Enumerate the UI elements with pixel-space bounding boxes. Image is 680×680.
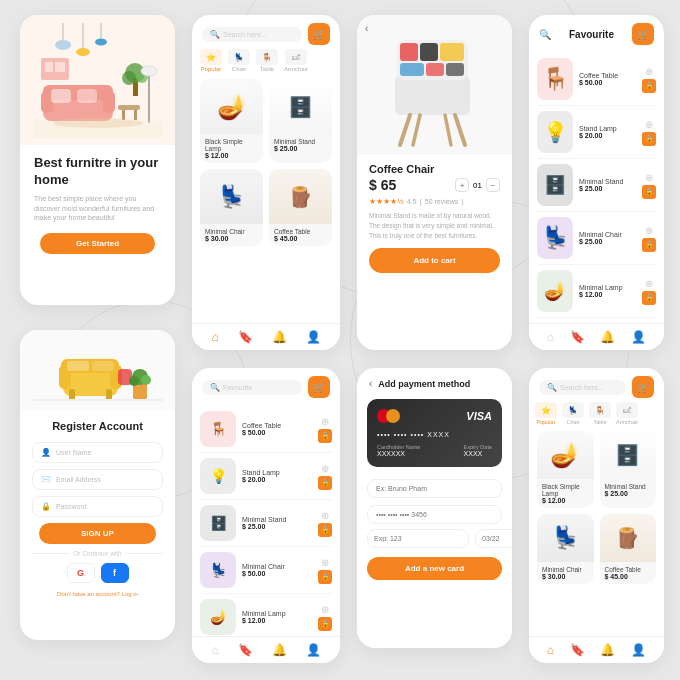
category-table[interactable]: 🪑 Table <box>256 49 278 72</box>
fav-item-4[interactable]: 💺 Minimal Chair $ 50.00 ⊕ 🔒 <box>200 547 332 594</box>
nav-bell-1[interactable]: 🔔 <box>272 330 287 344</box>
fav-item-5[interactable]: 🪔 Minimal Lamp $ 12.00 ⊕ 🔒 <box>200 594 332 641</box>
search-bar-2[interactable]: 🔍 Search here... <box>539 380 626 395</box>
nav-bookmark-fav2[interactable]: 🔖 <box>570 330 585 344</box>
password-field[interactable]: 🔒 Password <box>32 496 163 517</box>
nav-home-1[interactable]: ⌂ <box>211 330 218 344</box>
svg-point-20 <box>122 71 136 85</box>
fav2-badge-2: 🔒 <box>642 132 656 146</box>
nav-bookmark-fav1[interactable]: 🔖 <box>238 643 253 657</box>
quantity-control[interactable]: + 01 − <box>455 178 500 192</box>
add-to-cart-button[interactable]: Add to cart <box>369 248 500 273</box>
expiry-input[interactable] <box>475 529 512 548</box>
fav-more-4[interactable]: ⊕ <box>321 557 329 568</box>
card-number-input[interactable] <box>367 505 502 524</box>
nav-bell-2[interactable]: 🔔 <box>600 643 615 657</box>
search-bar-fav1[interactable]: 🔍 Favourite <box>202 380 302 395</box>
fav2-item-4[interactable]: 💺 Minimal Chair $ 25.00 ⊕ 🔒 <box>537 212 656 265</box>
fav-item-2[interactable]: 💡 Stand Lamp $ 20.00 ⊕ 🔒 <box>200 453 332 500</box>
fav-more-3[interactable]: ⊕ <box>321 510 329 521</box>
fav-more-2[interactable]: ⊕ <box>321 463 329 474</box>
svg-rect-13 <box>51 89 71 103</box>
svg-point-25 <box>53 118 143 128</box>
cvv-input[interactable] <box>367 529 469 548</box>
qty-minus[interactable]: − <box>486 178 500 192</box>
product2-stand[interactable]: 🗄️ Minimal Stand $ 25.00 <box>600 431 657 508</box>
fav2-more-2[interactable]: ⊕ <box>645 119 653 130</box>
cat2-table[interactable]: 🪑 Table <box>589 402 611 425</box>
nav-bell-fav1[interactable]: 🔔 <box>272 643 287 657</box>
cat2-popular[interactable]: ⭐ Popular <box>535 402 557 425</box>
nav-bookmark-1[interactable]: 🔖 <box>238 330 253 344</box>
cart-button-fav1[interactable]: 🛒 <box>308 376 330 398</box>
add-card-button[interactable]: Add a new card <box>367 557 502 580</box>
nav-profile-2[interactable]: 👤 <box>631 643 646 657</box>
svg-rect-22 <box>148 73 150 123</box>
user-icon: 👤 <box>41 448 51 457</box>
category-armchair[interactable]: 🛋 Armchair <box>284 49 308 72</box>
fav2-more-5[interactable]: ⊕ <box>645 278 653 289</box>
fav-img-2: 💡 <box>200 458 236 494</box>
category-popular[interactable]: ⭐ Popular <box>200 49 222 72</box>
cart-button-1[interactable]: 🛒 <box>308 23 330 45</box>
fav2-item-2[interactable]: 💡 Stand Lamp $ 20.00 ⊕ 🔒 <box>537 106 656 159</box>
back-arrow-detail[interactable]: ‹ <box>365 23 368 34</box>
payment-card: ‹ Add payment method VISA •••• •••• ••••… <box>357 368 512 648</box>
cardholder-value: XXXXXX <box>377 450 420 457</box>
category-chair[interactable]: 💺 Chair <box>228 49 250 72</box>
nav-bookmark-2[interactable]: 🔖 <box>570 643 585 657</box>
get-started-button[interactable]: Get Started <box>40 233 154 254</box>
qty-plus[interactable]: + <box>455 178 469 192</box>
signup-button[interactable]: SIGN UP <box>39 523 157 544</box>
nav-profile-1[interactable]: 👤 <box>306 330 321 344</box>
fav-item-1[interactable]: 🪑 Coffee Table $ 50.00 ⊕ 🔒 <box>200 406 332 453</box>
product-item-stand[interactable]: 🗄️ Minimal Stand $ 25.00 <box>269 79 332 163</box>
product2-chair[interactable]: 💺 Minimal Chair $ 30.00 <box>537 514 594 584</box>
fav-list-1: 🪑 Coffee Table $ 50.00 ⊕ 🔒 💡 Stand Lamp … <box>192 402 340 645</box>
nav-home-fav2[interactable]: ⌂ <box>547 330 554 344</box>
fav-more-5[interactable]: ⊕ <box>321 604 329 615</box>
fav2-img-3: 🗄️ <box>537 164 573 206</box>
search-icon-fav1: 🔍 <box>210 383 220 392</box>
product-item-table[interactable]: 🪵 Coffee Table $ 45.00 <box>269 169 332 246</box>
fav2-more-4[interactable]: ⊕ <box>645 225 653 236</box>
fav2-more-3[interactable]: ⊕ <box>645 172 653 183</box>
fav2-item-5[interactable]: 🪔 Minimal Lamp $ 12.00 ⊕ 🔒 <box>537 265 656 318</box>
register-card: Register Account 👤 User Name ✉️ Email Ad… <box>20 330 175 640</box>
cat2-chair[interactable]: 💺 Chair <box>562 402 584 425</box>
username-field[interactable]: 👤 User Name <box>32 442 163 463</box>
nav-bell-fav2[interactable]: 🔔 <box>600 330 615 344</box>
product-item-lamp[interactable]: 🪔 Black Simple Lamp $ 12.00 <box>200 79 263 163</box>
cardholder-name-input[interactable] <box>367 479 502 498</box>
cart-button-fav2[interactable]: 🛒 <box>632 23 654 45</box>
card-logo-row: VISA <box>377 409 492 423</box>
login-link[interactable]: Log in <box>122 591 138 597</box>
cart-button-2[interactable]: 🛒 <box>632 376 654 398</box>
search-icon-fav2[interactable]: 🔍 <box>539 29 551 40</box>
google-login-button[interactable]: G <box>67 563 95 583</box>
facebook-login-button[interactable]: f <box>101 563 129 583</box>
svg-rect-45 <box>400 63 424 76</box>
nav-home-2[interactable]: ⌂ <box>547 643 554 657</box>
product-name-detail: Coffee Chair <box>369 163 500 175</box>
fav2-item-3[interactable]: 🗄️ Minimal Stand $ 25.00 ⊕ 🔒 <box>537 159 656 212</box>
product2-lamp[interactable]: 🪔 Black Simple Lamp $ 12.00 <box>537 431 594 508</box>
svg-line-54 <box>445 115 451 145</box>
back-button-payment[interactable]: ‹ <box>369 378 372 389</box>
email-field[interactable]: ✉️ Email Address <box>32 469 163 490</box>
svg-point-38 <box>141 375 151 385</box>
fav-more-1[interactable]: ⊕ <box>321 416 329 427</box>
fav2-more-1[interactable]: ⊕ <box>645 66 653 77</box>
nav-profile-fav2[interactable]: 👤 <box>631 330 646 344</box>
fav-item-3[interactable]: 🗄️ Minimal Stand $ 25.00 ⊕ 🔒 <box>200 500 332 547</box>
search-bar-1[interactable]: 🔍 Search here... <box>202 27 302 42</box>
card-header-1: 🔍 Search here... 🛒 <box>192 15 340 49</box>
nav-profile-fav1[interactable]: 👤 <box>306 643 321 657</box>
fav2-item-1[interactable]: 🪑 Coffee Table $ 50.00 ⊕ 🔒 <box>537 53 656 106</box>
svg-point-23 <box>141 66 157 76</box>
nav-home-fav1[interactable]: ⌂ <box>211 643 218 657</box>
product-item-chair[interactable]: 💺 Minimal Chair $ 30.00 <box>200 169 263 246</box>
product-detail-card: ‹ Coffee Chai <box>357 15 512 350</box>
product2-table[interactable]: 🪵 Coffee Table $ 45.00 <box>600 514 657 584</box>
cat2-armchair[interactable]: 🛋 Armchair <box>616 402 638 425</box>
